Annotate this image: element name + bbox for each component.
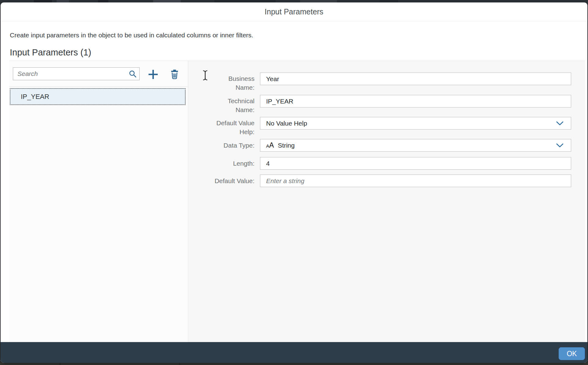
length-label: Length: (189, 159, 254, 168)
background-fragment (214, 0, 276, 2)
background-fragment (300, 0, 337, 2)
background-app-top-strip (0, 0, 588, 2)
dialog-footer: OK (1, 342, 587, 363)
string-type-icon: AA (266, 141, 274, 149)
dialog-header: Input Parameters (1, 2, 587, 21)
add-parameter-button[interactable] (147, 68, 159, 81)
magnifier-icon[interactable] (129, 70, 137, 78)
background-fragment (34, 0, 52, 2)
background-seam (179, 363, 180, 365)
background-seam (60, 363, 60, 365)
background-fragment (57, 0, 69, 2)
background-fragment (98, 0, 108, 2)
text-cursor-pointer (202, 70, 208, 81)
type-icon-small-a: A (266, 143, 269, 149)
default-value-label: Default Value: (189, 176, 254, 185)
chevron-down-icon (556, 121, 564, 126)
data-type-select[interactable]: AA String (260, 139, 571, 152)
search-field-wrapper (13, 67, 140, 80)
chevron-down-icon (556, 143, 564, 148)
list-toolbar (9, 61, 188, 87)
dialog-description: Create input parameters in the object to… (10, 31, 253, 40)
parameter-list: IP_YEAR (9, 87, 188, 342)
list-item-ip-year[interactable]: IP_YEAR (10, 88, 186, 105)
length-input[interactable] (260, 157, 571, 170)
ok-button[interactable]: OK (559, 347, 585, 360)
dialog-body: IP_YEAR Business Name: Technical Name: D… (9, 61, 585, 342)
default-value-help-label: Default Value Help: (189, 119, 254, 136)
search-input[interactable] (13, 67, 140, 80)
type-icon-large-a: A (269, 141, 274, 149)
business-name-input[interactable] (260, 73, 571, 85)
select-value: No Value Help (266, 120, 307, 127)
parameter-list-panel: IP_YEAR (9, 61, 188, 342)
technical-name-input[interactable] (260, 95, 571, 107)
default-value-input[interactable] (260, 175, 571, 187)
background-app-bottom-strip (0, 363, 588, 365)
input-parameters-dialog: Input Parameters Create input parameters… (1, 2, 587, 363)
plus-icon (148, 69, 159, 80)
background-fragment (380, 0, 398, 2)
data-type-label: Data Type: (189, 141, 254, 150)
default-value-help-select[interactable]: No Value Help (260, 117, 571, 130)
list-item-label: IP_YEAR (21, 93, 49, 101)
parameter-details-form: Business Name: Technical Name: Default V… (189, 61, 585, 342)
dialog-title: Input Parameters (265, 7, 323, 16)
trash-icon (170, 69, 179, 80)
select-value: String (278, 142, 295, 149)
background-fragment (153, 0, 181, 2)
business-name-label: Business Name: (189, 74, 254, 92)
delete-parameter-button[interactable] (168, 68, 181, 81)
section-heading: Input Parameters (1) (10, 47, 91, 58)
technical-name-label: Technical Name: (189, 96, 254, 114)
